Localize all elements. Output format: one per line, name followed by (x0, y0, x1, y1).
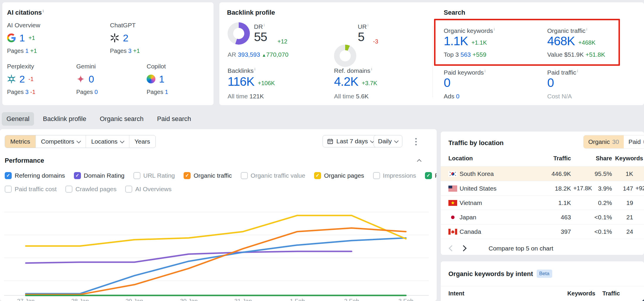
info-icon[interactable]: i (586, 27, 587, 31)
cost-row: Cost N/A (547, 93, 572, 100)
location-name: United States (460, 185, 496, 192)
next-page-chevron-icon[interactable] (460, 245, 467, 251)
filter-competitors[interactable]: Competitors (35, 135, 86, 148)
metric-checkbox-organic-traffic-value[interactable]: Organic traffic value (241, 172, 305, 179)
ai-pages-row: Pages 3 -1 (7, 89, 74, 95)
backlink-search-card: Backlink profile DRi 55 +12 AR 393,593 ▲… (219, 2, 644, 105)
metric-checkbox-paid-traffic[interactable]: ✓Paid traffic (425, 172, 437, 179)
metric-checkbox-crawled-pages[interactable]: Crawled pages (65, 186, 116, 193)
info-icon[interactable]: i (367, 23, 368, 27)
metric-checkbox-organic-pages[interactable]: ✓Organic pages (314, 172, 364, 179)
beta-badge: Beta (537, 270, 552, 278)
metric-checkbox-referring-domains[interactable]: ✓Referring domains (5, 172, 65, 179)
location-row-united-states[interactable]: United States 18.2K +17.8K 3.9% 147 +92 (441, 181, 644, 196)
filter-locations[interactable]: Locations (86, 135, 129, 148)
pages-value[interactable]: 3 (128, 48, 131, 54)
date-range-button[interactable]: Last 7 days (323, 135, 378, 147)
location-row-south-korea[interactable]: South Korea 446.9K 95.5% 1K (441, 167, 644, 181)
location-row-japan[interactable]: Japan 463 <0.1% 21 (441, 210, 644, 224)
section-divider (433, 26, 433, 97)
location-row-canada[interactable]: Canada 397 <0.1% 24 (441, 224, 644, 239)
backlinks-value[interactable]: 116K (228, 75, 254, 89)
tab-general[interactable]: General (2, 112, 34, 126)
location-keywords-link[interactable]: 147 (616, 185, 633, 192)
metric-checkbox-paid-traffic-cost[interactable]: Paid traffic cost (5, 186, 57, 193)
info-icon[interactable]: i (255, 67, 255, 71)
search-title: Search (444, 9, 465, 16)
ai-citations-value[interactable]: 1 (19, 32, 25, 44)
filter-metrics[interactable]: Metrics (5, 135, 35, 148)
checkbox-icon (65, 186, 72, 193)
top3-value[interactable]: 563 (460, 51, 471, 58)
tab-backlink-profile[interactable]: Backlink profile (38, 112, 91, 126)
location-share: <0.1% (589, 228, 612, 235)
ai-citations-value[interactable]: 2 (19, 73, 25, 85)
traffic-by-location-title: Traffic by location (448, 139, 504, 147)
granularity-button[interactable]: Daily (374, 135, 402, 147)
location-row-vietnam[interactable]: Vietnam 1.1K 0.2% 19 (441, 196, 644, 210)
location-keywords-link[interactable]: 21 (616, 214, 633, 221)
organic-keywords-delta: +1.1K (471, 39, 487, 48)
flag-united-states-icon (448, 186, 457, 193)
metric-checkbox-url-rating[interactable]: URL Rating (133, 172, 175, 179)
checkbox-icon (133, 172, 140, 179)
metric-checkbox-domain-rating[interactable]: ✓Domain Rating (74, 172, 125, 179)
checkbox-label: Paid traffic (435, 172, 437, 179)
ref-domains-value[interactable]: 4.2K (334, 75, 358, 89)
checkbox-label: AI Overviews (135, 186, 172, 193)
x-tick-label: 30 Jan (176, 298, 202, 301)
info-icon[interactable]: i (371, 67, 372, 71)
metric-row-1: ✓Referring domains✓Domain RatingURL Rati… (5, 172, 437, 179)
organic-keywords-label: Organic keywordsi (444, 27, 495, 34)
paid-keywords-label: Paid keywordsi (444, 69, 485, 76)
pages-value[interactable]: 0 (94, 89, 98, 95)
paid-traffic-value[interactable]: 0 (547, 76, 554, 90)
pages-value[interactable]: 1 (165, 89, 168, 95)
ai-citations-value[interactable]: 2 (123, 32, 128, 44)
ai-citations-value[interactable]: 0 (89, 73, 94, 85)
x-tick-label: 29 Jan (121, 298, 148, 301)
toggle-organic[interactable]: Organic 30 (584, 135, 624, 148)
metric-checkbox-impressions[interactable]: Impressions (373, 172, 416, 179)
organic-traffic-value[interactable]: 468K (547, 34, 575, 48)
ref-domains-alltime: All time 5.6K (334, 93, 369, 100)
ai-pages-row: Pages 3 +1 (110, 48, 207, 54)
toggle-paid[interactable]: Paid 0 (624, 135, 644, 148)
location-traffic: 446.9K (542, 170, 571, 177)
location-keywords-link[interactable]: 19 (616, 199, 633, 206)
checkbox-label: URL Rating (143, 172, 175, 179)
pages-value[interactable]: 3 (25, 89, 28, 95)
dr-label: DRi (254, 23, 265, 30)
ai-citations-value[interactable]: 1 (159, 73, 165, 85)
location-keywords-delta: +92 (635, 185, 644, 192)
paid-keywords-value[interactable]: 0 (444, 76, 450, 90)
tab-paid-search[interactable]: Paid search (152, 112, 196, 126)
arrow-up-icon: ▲ (262, 53, 266, 58)
ai-source-label: Gemini (76, 63, 138, 70)
pages-value[interactable]: 1 (25, 48, 28, 54)
info-icon[interactable]: i (264, 23, 265, 27)
info-icon[interactable]: i (43, 9, 44, 13)
tab-organic-search[interactable]: Organic search (95, 112, 148, 126)
location-keywords-link[interactable]: 1K (616, 170, 633, 177)
compare-top5-link[interactable]: Compare top 5 on chart (489, 245, 553, 252)
info-icon[interactable]: i (494, 27, 495, 31)
ur-delta: -3 (373, 38, 378, 45)
collapse-chevron-up-icon[interactable] (417, 159, 422, 164)
performance-card: Metrics Competitors Locations Years Last… (0, 129, 437, 301)
filter-years[interactable]: Years (129, 135, 155, 148)
metric-checkbox-ai-overviews[interactable]: AI Overviews (125, 186, 172, 193)
column-header-traffic: Traffic (596, 290, 620, 297)
ar-value[interactable]: 393,593 (238, 51, 260, 58)
performance-line-chart[interactable]: 27 Jan 28 Jan 29 Jan 30 Jan 31 Jan 1 Feb… (0, 201, 437, 301)
info-icon[interactable]: i (485, 69, 486, 73)
organic-keywords-value[interactable]: 1.1K (444, 34, 468, 48)
x-tick-label: 27 Jan (13, 298, 39, 301)
metric-checkbox-organic-traffic[interactable]: ✓Organic traffic (184, 172, 232, 179)
location-keywords-link[interactable]: 24 (616, 228, 633, 235)
ai-citation-gemini: Gemini 0 Pages 0 (76, 63, 138, 95)
more-options-kebab-menu[interactable] (414, 137, 418, 147)
previous-page-chevron-icon[interactable] (449, 245, 455, 251)
info-icon[interactable]: i (577, 69, 578, 73)
location-share: 0.2% (589, 199, 612, 206)
